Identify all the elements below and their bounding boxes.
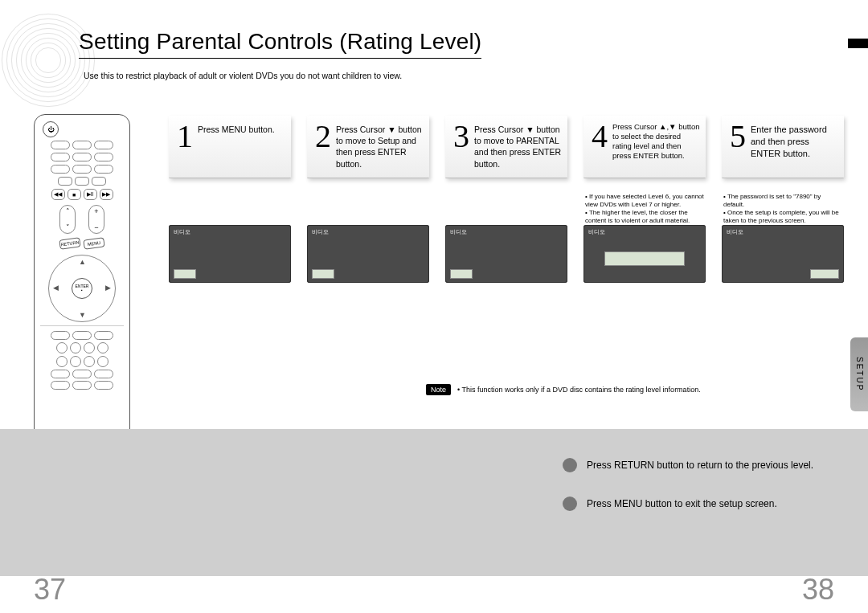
bullet-icon <box>563 458 577 472</box>
screen-mock: 비디오 <box>722 225 844 283</box>
svg-point-0 <box>2 14 94 106</box>
step-notes: If you have selected Level 6, you cannot… <box>583 178 706 225</box>
step-1: 1 Press MENU button. 비디오 <box>169 116 291 283</box>
footer-line-menu: Press MENU button to exit the setup scre… <box>563 497 813 511</box>
svg-point-5 <box>26 38 70 82</box>
step-5: 5 Enter the password and then press ENTE… <box>722 116 844 283</box>
step-4: 4 Press Cursor ▲,▼ button to select the … <box>583 116 706 283</box>
svg-point-7 <box>35 47 60 72</box>
section-tab-setup: SETUP <box>850 337 868 411</box>
channel-rocker: +− <box>88 205 104 234</box>
manual-spread: Setting Parental Controls (Rating Level)… <box>0 0 868 613</box>
title-wrap: Setting Parental Controls (Rating Level) <box>79 29 481 59</box>
steps-row: 1 Press MENU button. 비디오 2 Press Cursor … <box>169 116 844 283</box>
screen-mock: 비디오 <box>169 225 291 283</box>
screen-mock: 비디오 <box>307 225 429 283</box>
decorative-swirl <box>0 12 96 108</box>
page-title: Setting Parental Controls (Rating Level) <box>79 29 481 55</box>
svg-point-4 <box>21 33 75 87</box>
step-notes: The password is set to "7890" by default… <box>722 178 844 225</box>
page-subtitle: Use this to restrict playback of adult o… <box>84 71 402 80</box>
remote-illustration: ⏻ ◀◀■▶II▶▶ ˄˅ +− RETURN MENU ▲▼◀▶ ENTER▪ <box>34 114 130 472</box>
return-button: RETURN <box>59 237 80 250</box>
svg-point-6 <box>31 43 65 77</box>
step-number: 1 <box>172 121 198 173</box>
svg-point-2 <box>11 23 84 96</box>
cursor-pad: ▲▼◀▶ ENTER▪ <box>48 255 116 322</box>
menu-button: MENU <box>83 237 104 250</box>
screen-mock: 비디오 <box>583 225 706 283</box>
volume-rocker: ˄˅ <box>59 205 76 234</box>
page-number-left: 37 <box>34 573 66 607</box>
note-row: Note • This function works only if a DVD… <box>426 384 701 395</box>
enter-button: ENTER▪ <box>72 278 92 299</box>
footer-line-return: Press RETURN button to return to the pre… <box>563 458 813 472</box>
page-number-right: 38 <box>802 573 834 607</box>
footer-instructions: Press RETURN button to return to the pre… <box>563 458 813 511</box>
step-3: 3 Press Cursor ▼ button to move to PAREN… <box>445 116 567 283</box>
note-badge: Note <box>426 384 451 395</box>
note-text: • This function works only if a DVD disc… <box>457 386 701 394</box>
step-2: 2 Press Cursor ▼ button to move to Setup… <box>307 116 429 283</box>
page-edge-marker <box>848 39 868 48</box>
svg-point-1 <box>6 18 89 101</box>
screen-mock: 비디오 <box>445 225 567 283</box>
step-text: Press MENU button. <box>198 121 286 173</box>
bullet-icon <box>563 497 577 511</box>
power-icon: ⏻ <box>43 121 59 137</box>
